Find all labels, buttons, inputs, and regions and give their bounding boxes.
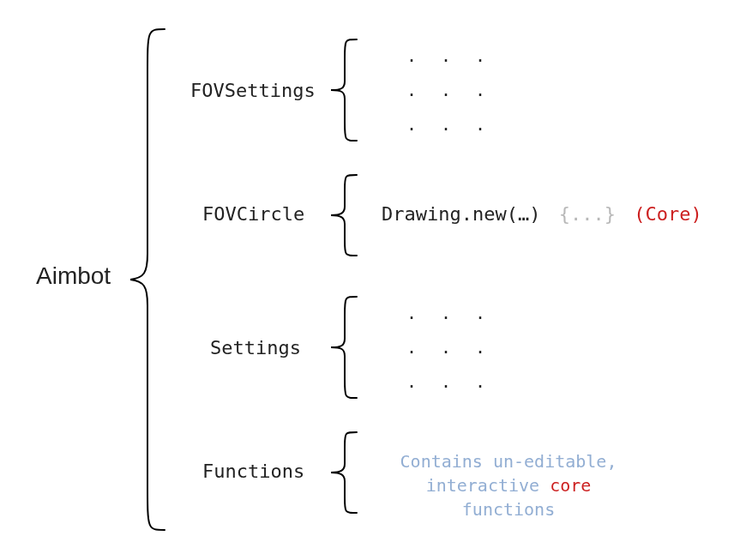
dot: . bbox=[475, 114, 485, 135]
functions-desc-line1: Contains un-editable, bbox=[400, 451, 617, 472]
fovcircle-call: Drawing.new(…) bbox=[382, 203, 540, 225]
dot: . bbox=[406, 371, 417, 392]
dot: . bbox=[475, 303, 485, 323]
fovsettings-dots: . . . . . . . . . bbox=[394, 39, 497, 142]
fovcircle-core-tag: (Core) bbox=[634, 203, 701, 225]
sub-brace-3-icon bbox=[326, 292, 360, 403]
sub-brace-4-icon bbox=[326, 427, 360, 518]
dot: . bbox=[475, 337, 485, 358]
functions-core-word: core bbox=[550, 475, 591, 496]
fovcircle-content: Drawing.new(…) {...} (Core) bbox=[382, 203, 702, 225]
functions-desc-line2b: functions bbox=[462, 499, 555, 520]
dot: . bbox=[475, 80, 485, 100]
child-functions: Functions bbox=[202, 461, 304, 482]
functions-description: Contains un-editable, interactive core f… bbox=[376, 449, 641, 521]
root-label: Aimbot bbox=[36, 262, 111, 290]
dot: . bbox=[441, 114, 451, 135]
dot: . bbox=[475, 371, 485, 392]
dot: . bbox=[441, 303, 451, 323]
dot: . bbox=[441, 371, 451, 392]
dot: . bbox=[406, 337, 417, 358]
dot: . bbox=[441, 80, 451, 100]
dot: . bbox=[441, 337, 451, 358]
settings-dots: . . . . . . . . . bbox=[394, 296, 497, 399]
child-fovsettings: FOVSettings bbox=[190, 80, 316, 101]
child-fovcircle: FOVCircle bbox=[202, 203, 304, 225]
main-brace-icon bbox=[125, 24, 168, 535]
dot: . bbox=[406, 45, 417, 66]
dot: . bbox=[441, 45, 451, 66]
dot: . bbox=[406, 114, 417, 135]
dot: . bbox=[406, 303, 417, 323]
fovcircle-placeholder: {...} bbox=[559, 203, 616, 225]
sub-brace-2-icon bbox=[326, 170, 360, 261]
sub-brace-1-icon bbox=[326, 34, 360, 146]
child-settings: Settings bbox=[210, 337, 301, 358]
functions-desc-line2a: interactive bbox=[426, 475, 550, 496]
dot: . bbox=[475, 45, 485, 66]
dot: . bbox=[406, 80, 417, 100]
